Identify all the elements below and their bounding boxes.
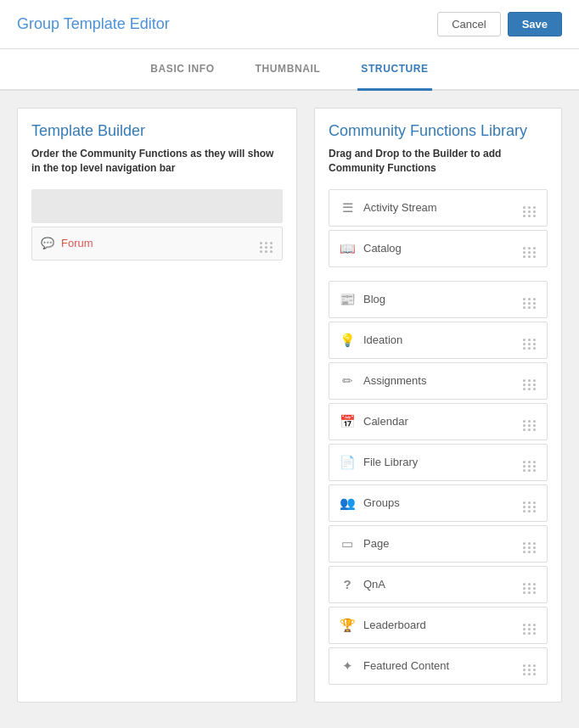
assign-icon: ✏ bbox=[340, 373, 355, 389]
tab-thumbnail[interactable]: THUMBNAIL bbox=[252, 49, 324, 91]
lib-item-leaderboard-label: Leaderboard bbox=[363, 619, 514, 631]
drag-handle-catalog[interactable] bbox=[523, 239, 537, 258]
lib-item-calendar-label: Calendar bbox=[363, 415, 514, 428]
lines-icon: ☰ bbox=[340, 200, 355, 216]
template-builder-desc: Order the Community Functions as they wi… bbox=[31, 147, 283, 176]
lib-item-blog-label: Blog bbox=[363, 293, 514, 305]
file-icon: 📄 bbox=[340, 455, 355, 470]
qna-icon: ? bbox=[340, 577, 355, 591]
drag-handle-calendar[interactable] bbox=[523, 412, 537, 431]
drag-handle-assignments[interactable] bbox=[523, 372, 537, 390]
drag-handle-forum[interactable] bbox=[260, 233, 273, 253]
trophy-icon: 🏆 bbox=[340, 618, 355, 633]
lib-item-qna[interactable]: ? QnA bbox=[329, 566, 548, 603]
lib-item-featured-content[interactable]: ✦ Featured Content bbox=[329, 647, 548, 685]
cancel-button[interactable]: Cancel bbox=[437, 12, 500, 36]
header-actions: Cancel Save bbox=[437, 12, 562, 36]
drag-handle-ideation[interactable] bbox=[523, 331, 537, 350]
calendar-icon: 📅 bbox=[340, 414, 355, 429]
groups-icon: 👥 bbox=[340, 496, 355, 511]
lib-item-leaderboard[interactable]: 🏆 Leaderboard bbox=[329, 607, 548, 644]
drag-handle-activity-stream[interactable] bbox=[523, 199, 537, 217]
forum-icon: 💬 bbox=[41, 237, 54, 249]
drag-handle-groups[interactable] bbox=[523, 494, 537, 512]
library-top-items: ☰ Activity Stream 📖 Catalog bbox=[329, 189, 548, 267]
library-title: Community Functions Library bbox=[329, 122, 548, 140]
drag-handle-leaderboard[interactable] bbox=[523, 616, 537, 635]
lightbulb-icon: 💡 bbox=[340, 333, 355, 348]
page-title: Group Template Editor bbox=[17, 15, 170, 33]
template-builder-panel: Template Builder Order the Community Fun… bbox=[17, 108, 297, 703]
lib-item-featured-content-label: Featured Content bbox=[363, 659, 514, 672]
lib-item-page-label: Page bbox=[363, 537, 514, 550]
drag-handle-qna[interactable] bbox=[523, 575, 537, 594]
lib-item-file-library[interactable]: 📄 File Library bbox=[329, 444, 548, 481]
main-content: Template Builder Order the Community Fun… bbox=[0, 91, 579, 720]
header: Group Template Editor Cancel Save bbox=[0, 0, 579, 49]
lib-item-calendar[interactable]: 📅 Calendar bbox=[329, 403, 548, 440]
library-bottom-items: 📰 Blog 💡 Ideation ✏ Assignments bbox=[329, 281, 548, 685]
lib-item-file-library-label: File Library bbox=[363, 456, 514, 468]
page-icon: ▭ bbox=[340, 536, 355, 552]
lib-item-activity-stream[interactable]: ☰ Activity Stream bbox=[329, 189, 548, 227]
drag-handle-file-library[interactable] bbox=[523, 453, 537, 472]
lib-item-groups-label: Groups bbox=[363, 496, 514, 509]
lib-item-ideation[interactable]: 💡 Ideation bbox=[329, 322, 548, 359]
drag-handle-blog[interactable] bbox=[523, 290, 537, 309]
community-library-panel: Community Functions Library Drag and Dro… bbox=[314, 108, 562, 703]
book-icon: 📖 bbox=[340, 241, 355, 256]
lib-item-ideation-label: Ideation bbox=[363, 333, 514, 346]
builder-placeholder-row bbox=[31, 189, 283, 223]
lib-item-catalog-label: Catalog bbox=[363, 242, 514, 255]
lib-item-assignments[interactable]: ✏ Assignments bbox=[329, 362, 548, 400]
blog-icon: 📰 bbox=[340, 292, 355, 307]
builder-item-forum-label: Forum bbox=[61, 237, 93, 249]
drag-handle-page[interactable] bbox=[523, 535, 537, 553]
builder-item-forum[interactable]: 💬 Forum bbox=[31, 227, 283, 260]
library-gap bbox=[329, 271, 548, 281]
lib-item-groups[interactable]: 👥 Groups bbox=[329, 484, 548, 522]
lib-item-catalog[interactable]: 📖 Catalog bbox=[329, 230, 548, 267]
drag-handle-featured-content[interactable] bbox=[523, 657, 537, 675]
save-button[interactable]: Save bbox=[508, 12, 562, 36]
lib-item-activity-stream-label: Activity Stream bbox=[363, 201, 514, 214]
star-icon: ✦ bbox=[340, 658, 355, 674]
lib-item-blog[interactable]: 📰 Blog bbox=[329, 281, 548, 318]
library-desc: Drag and Drop to the Builder to add Comm… bbox=[329, 147, 548, 176]
tab-basic-info[interactable]: BASIC INFO bbox=[147, 49, 217, 91]
tab-structure[interactable]: STRUCTURE bbox=[357, 49, 431, 91]
lib-item-page[interactable]: ▭ Page bbox=[329, 525, 548, 563]
tabs-bar: BASIC INFO THUMBNAIL STRUCTURE bbox=[0, 49, 579, 91]
lib-item-qna-label: QnA bbox=[363, 578, 514, 591]
library-header: Community Functions Library Drag and Dro… bbox=[329, 122, 548, 176]
template-builder-title: Template Builder bbox=[31, 122, 283, 140]
lib-item-assignments-label: Assignments bbox=[363, 374, 514, 387]
